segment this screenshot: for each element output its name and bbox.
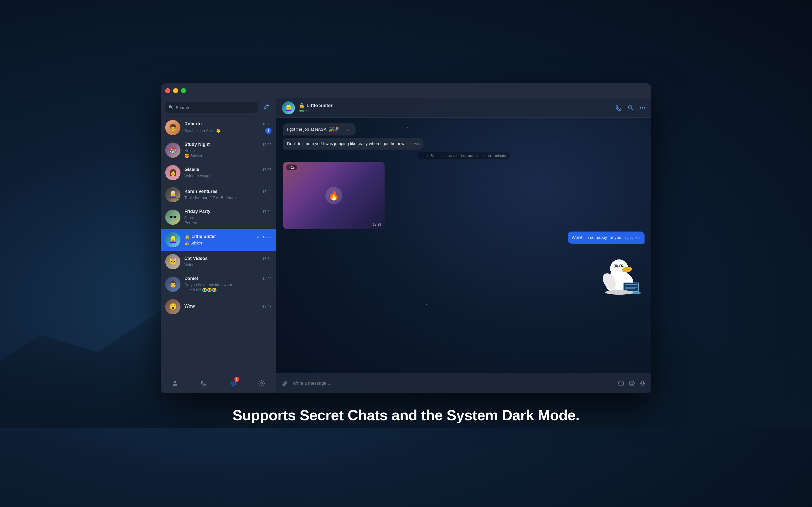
message-text-5: Wow! I'm so happy for you [572, 235, 621, 240]
chat-header-status: online [299, 109, 611, 113]
emoji-button[interactable] [629, 380, 635, 386]
avatar-roberto: 👦 [165, 120, 181, 135]
fullscreen-button[interactable] [181, 88, 186, 93]
svg-point-8 [642, 107, 644, 108]
chat-name-wow: Wow [185, 304, 195, 309]
message-2: Don't tell mom yet! I was jumping like c… [283, 138, 423, 150]
avatar-cat-videos: 🐱 [165, 254, 181, 269]
bottom-nav: 2 [161, 373, 276, 393]
avatar-karen: 👩‍🦳 [165, 187, 181, 202]
chat-header-avatar: 👱‍♀️ [282, 101, 295, 114]
search-label: Search [175, 105, 255, 110]
message-5: Wow! I'm so happy for you 17:29 ✓✓ [568, 231, 645, 244]
avatar-study-night: 📚 [165, 143, 181, 158]
app-window: 🔍 Search 👦 [161, 83, 651, 393]
avatar-daniel: 👨 [165, 277, 181, 292]
message-time-5: 17:29 [625, 236, 633, 241]
compose-button[interactable] [261, 102, 271, 112]
svg-point-0 [174, 381, 176, 383]
svg-point-5 [261, 383, 262, 384]
chat-time-friday: 17:34 [262, 210, 271, 214]
chat-preview2-little-sister: 👍 Sticker [185, 241, 202, 245]
traffic-lights [165, 88, 186, 93]
sidebar-header: 🔍 Search [161, 98, 276, 117]
chat-preview1-study-night: Helen [185, 149, 195, 153]
attachment-button[interactable] [282, 380, 288, 386]
chat-preview1-daniel: Do you have any idea what [185, 283, 232, 287]
search-chat-button[interactable] [627, 105, 634, 111]
chat-item-friday[interactable]: 🕶️ Friday Party 17:34 John Perfect [161, 206, 276, 229]
chat-name-friday: Friday Party [185, 209, 210, 214]
video-message[interactable]: 42s 🔥 17:29 [283, 162, 385, 229]
close-button[interactable] [165, 88, 170, 93]
avatar-wow: 😮 [165, 299, 181, 314]
avatar-little-sister: 👱‍♀️ [165, 232, 181, 247]
message-time-1: 17:29 [343, 128, 352, 133]
message-text-1: I got the job at NASA! 🎉🚀 [287, 127, 340, 131]
chat-info-cat-videos: Cat Videos 15:54 Video [185, 256, 271, 267]
chat-name-study-night: Study Night [185, 142, 210, 147]
chat-item-karen[interactable]: 👩‍🦳 Karen Ventures 17:44 Table for four,… [161, 184, 276, 206]
chat-preview-roberto: Say hello to Alice 👋 [185, 128, 220, 133]
info-button[interactable] [618, 380, 624, 386]
chat-item-roberto[interactable]: 👦 Roberto 18:23 Say hello to Alice 👋 2 [161, 117, 276, 138]
chat-preview2-friday: Perfect [185, 221, 197, 225]
video-thumbnail: 42s 🔥 17:29 [283, 162, 385, 229]
nav-calls[interactable] [197, 376, 211, 390]
chat-item-wow[interactable]: 😮 Wow 13:47 [161, 296, 276, 320]
svg-point-31 [631, 383, 631, 383]
chat-preview1-friday: John [185, 216, 193, 220]
sticker-message [594, 246, 645, 297]
avatar-giselle: 👩 [165, 165, 181, 180]
sidebar: 🔍 Search 👦 [161, 98, 276, 393]
chat-info-wow: Wow 13:47 [185, 304, 271, 310]
video-play-button[interactable]: 🔥 [325, 187, 342, 204]
chat-item-giselle[interactable]: 👩 Giselle 17:56 Video message [161, 162, 276, 184]
chat-name-roberto: Roberto [185, 121, 202, 126]
nav-settings[interactable] [255, 376, 269, 390]
minimize-button[interactable] [173, 88, 178, 93]
chat-info-little-sister: 🔒 Little Sister ✓ 17:29 👍 Sticker [185, 234, 271, 245]
main-content: 🔍 Search 👦 [161, 98, 651, 393]
chat-info-giselle: Giselle 17:56 Video message [185, 167, 271, 178]
search-bar[interactable]: 🔍 Search [165, 102, 258, 113]
chat-info-daniel: Daniel 14:28 Do you have any idea what t… [185, 276, 271, 292]
chat-preview-cat-videos: Video [185, 263, 195, 267]
chat-time-karen: 17:44 [262, 189, 271, 194]
svg-point-3 [232, 383, 233, 383]
chat-preview-karen: Table for four, 2 PM. Be there. [185, 195, 237, 200]
title-bar [161, 83, 651, 98]
more-options-button[interactable] [640, 107, 646, 109]
svg-point-4 [234, 383, 234, 383]
nav-profile[interactable] [168, 376, 182, 390]
svg-point-28 [605, 290, 633, 295]
chat-item-little-sister[interactable]: 👱‍♀️ 🔒 Little Sister ✓ 17:29 [161, 229, 276, 251]
video-timer: 42s [287, 165, 297, 170]
chat-item-daniel[interactable]: 👨 Daniel 14:28 Do you have any idea what… [161, 273, 276, 296]
online-indicator-karen [176, 198, 180, 202]
call-button[interactable] [615, 105, 622, 111]
chat-header-actions [615, 105, 646, 111]
svg-point-15 [622, 265, 623, 266]
tagline: Supports Secret Chats and the System Dar… [233, 407, 580, 424]
chat-info-friday: Friday Party 17:34 John Perfect [185, 209, 271, 225]
chat-item-cat-videos[interactable]: 🐱 Cat Videos 15:54 Video [161, 251, 276, 273]
nav-chats-badge: 2 [234, 377, 239, 382]
duck-sticker [597, 246, 642, 297]
lock-icon-chat: 🔒 [185, 234, 190, 239]
chat-header-info: 🔒 Little Sister online [299, 103, 611, 113]
voice-button[interactable] [640, 380, 646, 386]
message-check-5: ✓✓ [635, 236, 641, 240]
video-time: 17:29 [373, 223, 381, 226]
chat-name-giselle: Giselle [185, 167, 199, 172]
check-read-little-sister: ✓ [257, 235, 260, 239]
nav-chats[interactable]: 2 [226, 376, 240, 390]
svg-rect-33 [642, 381, 644, 384]
chat-time-roberto: 18:23 [262, 122, 271, 126]
message-input[interactable] [293, 381, 613, 386]
chat-name-little-sister: 🔒 Little Sister [185, 234, 216, 239]
chat-item-study-night[interactable]: 📚 Study Night 18:20 Helen 😍 Sticker [161, 138, 276, 162]
chat-preview2-daniel: time it is? 😂😂😂 [185, 288, 216, 292]
chat-time-daniel: 14:28 [262, 277, 271, 281]
chat-info-roberto: Roberto 18:23 Say hello to Alice 👋 2 [185, 121, 271, 134]
